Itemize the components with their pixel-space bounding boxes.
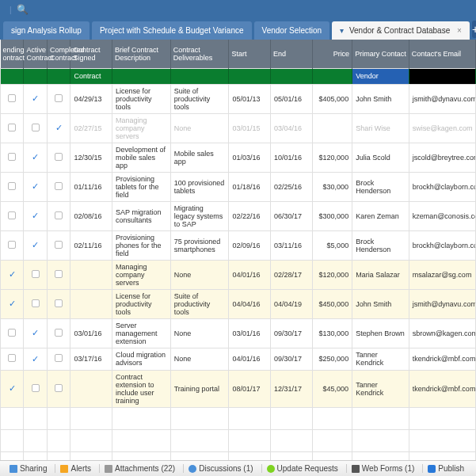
table-row-empty[interactable] <box>1 451 476 460</box>
table-row[interactable]: ✓04/29/13License for productivity toolsS… <box>1 84 476 113</box>
cell-pending[interactable] <box>1 84 24 113</box>
cell-description[interactable]: Managing company servers <box>112 260 171 289</box>
cell-price[interactable] <box>312 113 352 143</box>
cell-end[interactable]: 03/04/16 <box>271 113 313 143</box>
cell-active[interactable]: ✓ <box>24 84 47 113</box>
cell-completed[interactable]: ✓ <box>47 113 70 143</box>
cell-start[interactable]: 04/04/16 <box>229 289 271 318</box>
cell-signed[interactable]: 12/30/15 <box>70 143 112 172</box>
cell-end[interactable]: 09/30/17 <box>271 318 313 348</box>
cell-contact[interactable]: Brock Henderson <box>352 230 409 260</box>
checkbox[interactable] <box>55 241 63 249</box>
cell-end[interactable]: 04/04/19 <box>271 289 313 318</box>
cell-start[interactable]: 03/01/15 <box>229 113 271 143</box>
checkbox[interactable] <box>55 270 63 278</box>
cell-contact[interactable]: Tanner Kendrick <box>352 348 409 370</box>
filter-cell[interactable] <box>409 68 475 84</box>
checkbox[interactable] <box>55 329 63 337</box>
checkbox[interactable] <box>32 124 40 131</box>
cell-completed[interactable] <box>47 318 70 348</box>
cell-pending[interactable] <box>1 143 24 172</box>
cell-price[interactable]: $130,000 <box>312 318 352 348</box>
table-row[interactable]: ✓12/30/15Development of mobile sales app… <box>1 143 476 172</box>
table-row[interactable]: ✓02/27/15Managing company serversNone03/… <box>1 113 476 143</box>
status-web-forms[interactable]: Web Forms (1) <box>346 464 420 473</box>
checkbox[interactable] <box>8 211 16 219</box>
cell-pending[interactable]: ✓ <box>1 370 24 407</box>
cell-active[interactable] <box>24 370 47 407</box>
cell-deliverables[interactable]: 100 provisioned tablets <box>170 172 229 201</box>
cell-completed[interactable] <box>47 348 70 370</box>
cell-contact[interactable]: Shari Wise <box>352 113 409 143</box>
cell-active[interactable] <box>24 260 47 289</box>
cell-start[interactable]: 04/01/16 <box>229 260 271 289</box>
cell-description[interactable]: Server management extension <box>112 318 171 348</box>
cell-pending[interactable]: ✓ <box>1 289 24 318</box>
checkbox[interactable] <box>55 354 63 362</box>
cell-completed[interactable] <box>47 201 70 230</box>
cell-start[interactable]: 08/01/17 <box>229 370 271 407</box>
checkbox[interactable] <box>8 329 16 337</box>
cell-contact[interactable]: John Smith <box>352 84 409 113</box>
cell-deliverables[interactable]: None <box>170 260 229 289</box>
cell-end[interactable]: 02/28/17 <box>271 260 313 289</box>
checkbox[interactable] <box>55 211 63 219</box>
cell-completed[interactable] <box>47 260 70 289</box>
cell-deliverables[interactable]: Suite of productivity tools <box>170 84 229 113</box>
cell-signed[interactable]: 03/01/16 <box>70 318 112 348</box>
table-row[interactable]: ✓02/11/16Provisioning phones for the fie… <box>1 230 476 260</box>
cell-active[interactable] <box>24 113 47 143</box>
cell-start[interactable]: 01/03/16 <box>229 143 271 172</box>
cell-email[interactable]: msalazar@sg.com <box>409 260 475 289</box>
cell-pending[interactable] <box>1 318 24 348</box>
table-row-empty[interactable] <box>1 407 476 429</box>
tab-vendor-selection[interactable]: Vendor Selection <box>254 21 330 40</box>
cell-description[interactable]: Development of mobile sales app <box>112 143 171 172</box>
cell-deliverables[interactable]: Suite of productivity tools <box>170 289 229 318</box>
col-price[interactable]: Price <box>312 40 352 68</box>
checkbox[interactable] <box>55 384 63 392</box>
status-sharing[interactable]: Sharing <box>5 464 51 473</box>
cell-start[interactable]: 02/22/16 <box>229 201 271 230</box>
col-signed[interactable]: Contract Signed <box>70 40 112 68</box>
col-email[interactable]: Contact's Email <box>409 40 475 68</box>
cell-signed[interactable] <box>70 289 112 318</box>
cell-end[interactable]: 09/30/17 <box>271 348 313 370</box>
tab-schedule-budget[interactable]: Project with Schedule & Budget Variance <box>92 21 252 40</box>
checkbox[interactable] <box>8 241 16 249</box>
cell-price[interactable]: $405,000 <box>312 84 352 113</box>
checkbox[interactable] <box>8 94 16 102</box>
cell-active[interactable]: ✓ <box>24 318 47 348</box>
cell-pending[interactable] <box>1 230 24 260</box>
col-deliverables[interactable]: Contract Deliverables <box>170 40 229 68</box>
cell-end[interactable]: 05/01/16 <box>271 84 313 113</box>
table-row-empty[interactable] <box>1 429 476 451</box>
table-row[interactable]: ✓03/01/16Server management extensionNone… <box>1 318 476 348</box>
status-publish[interactable]: Publish <box>422 464 469 473</box>
col-description[interactable]: Brief Contract Description <box>112 40 171 68</box>
cell-contact[interactable]: Stephen Brown <box>352 318 409 348</box>
table-row[interactable]: ✓License for productivity toolsSuite of … <box>1 289 476 318</box>
cell-price[interactable]: $30,000 <box>312 172 352 201</box>
cell-description[interactable]: Provisioning tablets for the field <box>112 172 171 201</box>
col-pending[interactable]: ending ontract <box>1 40 24 68</box>
status-update-requests[interactable]: Update Requests <box>261 464 343 473</box>
table-row[interactable]: ✓03/17/16Cloud migration advisorsNone04/… <box>1 348 476 370</box>
table-row[interactable]: ✓02/08/16SAP migration consultantsMigrat… <box>1 201 476 230</box>
cell-price[interactable]: $5,000 <box>312 230 352 260</box>
cell-end[interactable]: 10/01/16 <box>271 143 313 172</box>
cell-email[interactable]: tkendrick@mbf.com <box>409 370 475 407</box>
cell-start[interactable]: 04/01/16 <box>229 348 271 370</box>
checkbox[interactable] <box>55 182 63 190</box>
cell-contact[interactable]: John Smith <box>352 289 409 318</box>
cell-completed[interactable] <box>47 84 70 113</box>
cell-email[interactable]: jsmith@dynavu.com <box>409 84 475 113</box>
search-icon[interactable]: 🔍 <box>17 4 29 15</box>
cell-signed[interactable] <box>70 370 112 407</box>
filter-cell[interactable] <box>271 68 313 84</box>
cell-active[interactable]: ✓ <box>24 143 47 172</box>
cell-start[interactable]: 03/01/16 <box>229 318 271 348</box>
cell-active[interactable] <box>24 289 47 318</box>
cell-deliverables[interactable]: None <box>170 113 229 143</box>
cell-deliverables[interactable]: None <box>170 348 229 370</box>
